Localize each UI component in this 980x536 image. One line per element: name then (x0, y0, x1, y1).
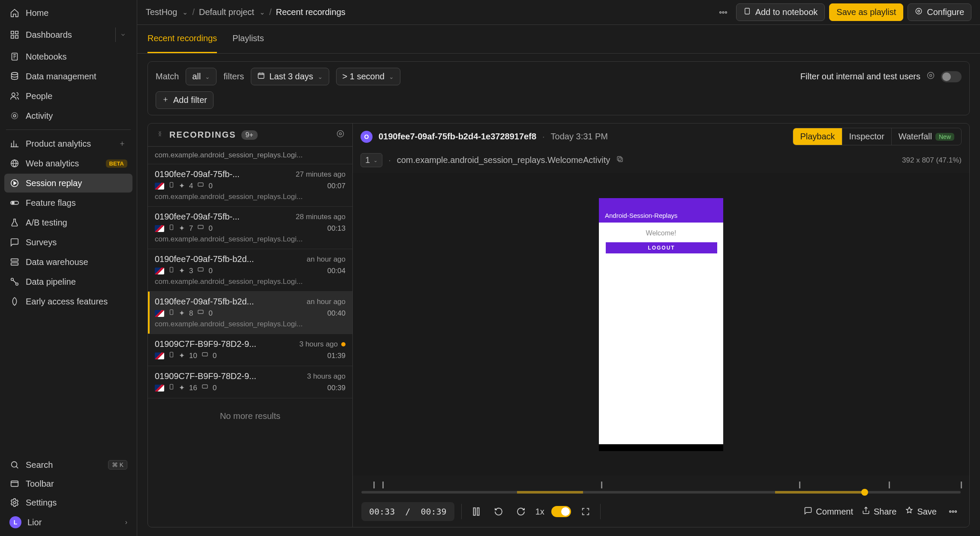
playback-speed[interactable]: 1x (535, 507, 544, 517)
copy-icon[interactable] (616, 155, 624, 165)
nav-surveys[interactable]: Surveys (4, 233, 132, 252)
chat-icon (201, 383, 208, 392)
date-range-select[interactable]: Last 3 days⌄ (251, 68, 329, 85)
chat-icon (9, 237, 20, 247)
nav-label: Surveys (26, 238, 127, 247)
replay-canvas[interactable]: Android-Session-Replays Welcome! LOGOUT (353, 173, 969, 476)
recording-item[interactable]: 0190fee7-09af-75fb-b2d... an hour ago ✦8… (148, 292, 352, 334)
nav-session-replay[interactable]: Session replay (4, 174, 132, 193)
seg-inspector[interactable]: Inspector (842, 128, 891, 145)
phone-frame: Android-Session-Replays Welcome! LOGOUT (599, 198, 723, 451)
share-button[interactable]: Share (862, 506, 896, 517)
events-icon: ✦ (179, 309, 185, 318)
nav-user[interactable]: L Lior › (4, 512, 132, 533)
recording-item[interactable]: 01909C7F-B9F9-78D2-9... 3 hours ago ✦16 … (148, 366, 352, 398)
svg-rect-14 (11, 263, 18, 265)
svg-rect-42 (202, 385, 207, 388)
more-icon[interactable] (945, 504, 961, 519)
events-icon: ✦ (179, 181, 185, 190)
add-filter-button[interactable]: Add filter (156, 91, 213, 109)
nav-data-pipeline[interactable]: Data pipeline (4, 272, 132, 291)
player-pane: O 0190fee7-09af-75fb-b2d4-1e3728917ef8 ·… (353, 123, 969, 527)
tab-playlists[interactable]: Playlists (232, 25, 264, 53)
comment-button[interactable]: Comment (804, 506, 853, 517)
nav-label: Home (26, 8, 127, 18)
recording-path: com.example.android_session_replays.Logi… (155, 320, 346, 328)
recording-item[interactable]: 0190fee7-09af-75fb-... 27 minutes ago ✦4… (148, 164, 352, 207)
recording-item[interactable]: 0190fee7-09af-75fb-... 28 minutes ago ✦7… (148, 207, 352, 249)
svg-rect-0 (11, 31, 14, 34)
nav-dashboards[interactable]: Dashboards (4, 23, 132, 46)
nav-home[interactable]: Home (4, 3, 132, 22)
svg-rect-3 (15, 36, 18, 38)
seg-playback[interactable]: Playback (793, 128, 842, 145)
nav-label: Dashboards (26, 30, 109, 40)
logout-button: LOGOUT (606, 242, 717, 253)
save-playlist-button[interactable]: Save as playlist (829, 3, 903, 21)
nav-feature-flags[interactable]: Feature flags (4, 193, 132, 212)
gear-icon[interactable] (336, 129, 345, 140)
plus-icon[interactable] (117, 139, 127, 149)
nav-label: Activity (26, 111, 127, 121)
nav-data-warehouse[interactable]: Data warehouse (4, 253, 132, 271)
nav-early-access[interactable]: Early access features (4, 292, 132, 311)
phone-icon (168, 223, 174, 233)
nav-product-analytics[interactable]: Product analytics (4, 134, 132, 153)
breadcrumb-project[interactable]: Default project⌄ (199, 7, 265, 17)
window-select[interactable]: 1⌄ (361, 153, 382, 167)
svg-rect-32 (198, 183, 203, 186)
svg-point-47 (950, 511, 951, 512)
configure-button[interactable]: Configure (908, 3, 971, 21)
chat-icon (197, 309, 204, 318)
nav-settings[interactable]: Settings (4, 493, 132, 512)
timeline-thumb[interactable] (861, 489, 868, 496)
recording-ago: 3 hours ago (299, 340, 346, 349)
svg-rect-1 (15, 31, 18, 34)
timeline-track[interactable] (361, 491, 961, 494)
nav-label: Toolbar (26, 479, 127, 489)
save-button[interactable]: Save (905, 506, 937, 517)
skip-inactivity-toggle[interactable] (551, 506, 571, 517)
duration-select[interactable]: > 1 second⌄ (336, 68, 400, 85)
svg-rect-23 (745, 8, 749, 14)
nav-activity[interactable]: Activity (4, 106, 132, 125)
nav-web-analytics[interactable]: Web analytics BETA (4, 154, 132, 173)
svg-point-49 (955, 511, 957, 512)
nav-search[interactable]: Search ⌘ K (4, 455, 132, 474)
breadcrumb-page[interactable]: Recent recordings (276, 7, 345, 17)
nav-data-management[interactable]: Data management (4, 67, 132, 86)
recording-item[interactable]: 0190fee7-09af-75fb-b2d... an hour ago ✦3… (148, 249, 352, 292)
nav-toolbar[interactable]: Toolbar (4, 474, 132, 493)
database-icon (9, 71, 20, 81)
events-icon: ✦ (179, 224, 185, 233)
rewind-10-button[interactable] (491, 504, 506, 519)
gear-icon[interactable] (926, 71, 935, 82)
expand-icon[interactable] (115, 27, 130, 42)
tab-recent-recordings[interactable]: Recent recordings (147, 25, 217, 53)
chevron-down-icon: ⌄ (182, 8, 188, 16)
events-icon: ✦ (179, 383, 185, 392)
breadcrumb-org[interactable]: TestHog⌄ (146, 7, 188, 17)
timeline[interactable] (353, 476, 969, 496)
svg-rect-41 (170, 384, 173, 389)
add-to-notebook-button[interactable]: Add to notebook (736, 3, 825, 21)
seg-waterfall[interactable]: Waterfall New (891, 128, 961, 145)
forward-10-button[interactable] (513, 504, 529, 519)
collapse-icon[interactable] (156, 129, 164, 140)
recording-item[interactable]: 01909C7F-B9F9-78D2-9... 3 hours ago ✦10 … (148, 334, 352, 366)
pause-button[interactable] (469, 504, 484, 519)
nav-label: Lior (27, 518, 117, 527)
recordings-list: RECORDINGS 9+ com.example.android_sessio… (148, 123, 353, 527)
nav-ab-testing[interactable]: A/B testing (4, 213, 132, 232)
nav-people[interactable]: People (4, 87, 132, 105)
breadcrumb: TestHog⌄ / Default project⌄ / Recent rec… (146, 7, 346, 17)
nav-notebooks[interactable]: Notebooks (4, 47, 132, 66)
fullscreen-button[interactable] (578, 504, 593, 519)
share-icon (862, 506, 870, 517)
filter-internal-label: Filter out internal and test users (800, 72, 920, 81)
more-icon[interactable] (715, 4, 732, 21)
notebook-icon (9, 51, 20, 62)
session-id: 0190fee7-09af-75fb-b2d4-1e3728917ef8 (379, 132, 536, 142)
filter-internal-toggle[interactable] (941, 71, 962, 82)
match-select[interactable]: all⌄ (186, 68, 216, 85)
